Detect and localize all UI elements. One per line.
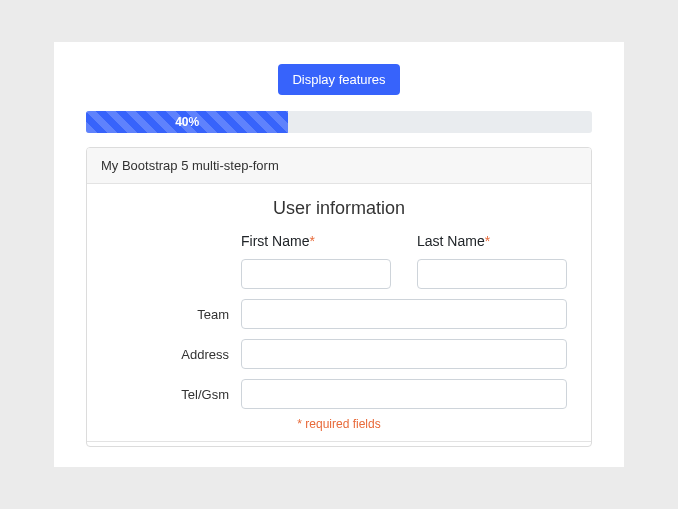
top-button-row: Display features <box>86 64 592 95</box>
form-card: My Bootstrap 5 multi-step-form User info… <box>86 147 592 447</box>
section-title: User information <box>105 198 573 219</box>
progress-percent-label: 40% <box>175 115 199 129</box>
card-header: My Bootstrap 5 multi-step-form <box>87 148 591 184</box>
first-name-input[interactable] <box>241 259 391 289</box>
last-name-input[interactable] <box>417 259 567 289</box>
display-features-button[interactable]: Display features <box>278 64 399 95</box>
progress-bar-fill: 40% <box>86 111 288 133</box>
progress-bar: 40% <box>86 111 592 133</box>
first-name-label: First Name* <box>241 233 391 249</box>
card-footer: ↩ Back Next <box>87 441 591 447</box>
required-fields-note: * required fields <box>105 417 573 431</box>
required-mark: * <box>485 233 490 249</box>
card-body: User information First Name* Last Name* … <box>87 184 591 441</box>
team-input[interactable] <box>241 299 567 329</box>
required-mark: * <box>309 233 314 249</box>
last-name-label: Last Name* <box>417 233 567 249</box>
address-input[interactable] <box>241 339 567 369</box>
tel-label: Tel/Gsm <box>181 387 233 402</box>
team-label: Team <box>197 307 233 322</box>
form-grid: First Name* Last Name* Team Address <box>143 233 573 409</box>
address-label: Address <box>181 347 233 362</box>
form-panel: Display features 40% My Bootstrap 5 mult… <box>54 42 624 467</box>
tel-input[interactable] <box>241 379 567 409</box>
